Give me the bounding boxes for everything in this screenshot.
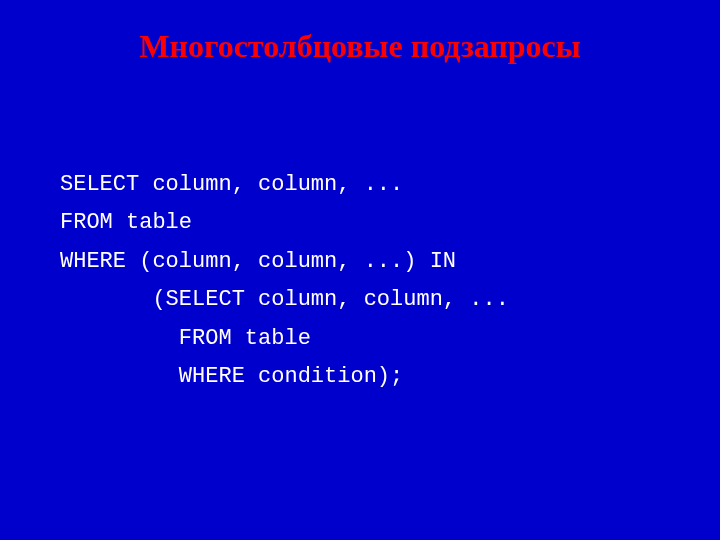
- code-line-5: FROM table: [60, 326, 311, 351]
- code-line-4: (SELECT column, column, ...: [60, 287, 509, 312]
- slide-title: Многостолбцовые подзапросы: [60, 28, 660, 65]
- slide-container: Многостолбцовые подзапросы SELECT column…: [0, 0, 720, 540]
- sql-code-block: SELECT column, column, ... FROM table WH…: [60, 127, 660, 435]
- code-line-3: WHERE (column, column, ...) IN: [60, 249, 456, 274]
- code-line-6: WHERE condition);: [60, 364, 403, 389]
- code-line-1: SELECT column, column, ...: [60, 172, 403, 197]
- code-line-2: FROM table: [60, 210, 192, 235]
